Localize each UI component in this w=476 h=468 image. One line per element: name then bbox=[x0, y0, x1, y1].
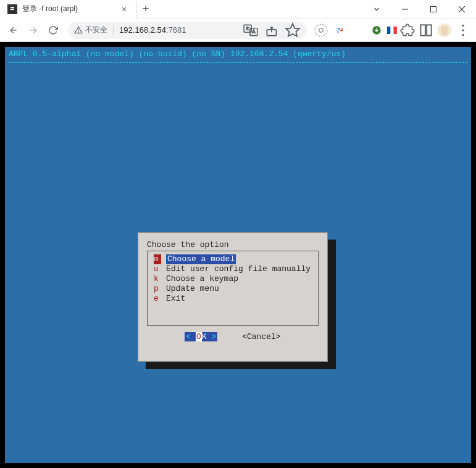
tab-dropdown-button[interactable] bbox=[362, 0, 391, 19]
menu-item-exit[interactable]: e Exit bbox=[151, 294, 314, 304]
menu-label: Update menu bbox=[166, 284, 219, 294]
extension-icons: ?4 bbox=[313, 22, 471, 38]
svg-point-12 bbox=[315, 24, 327, 36]
extension-icon-flag[interactable] bbox=[387, 27, 397, 34]
menu-label: Choose a model bbox=[166, 254, 236, 264]
tab-title: 登录 -f root (arpl) bbox=[22, 4, 114, 14]
reload-button[interactable] bbox=[44, 22, 62, 39]
terminal-divider bbox=[5, 59, 471, 66]
svg-rect-16 bbox=[390, 27, 393, 34]
dialog-options-box: m Choose a model u Edit user config file… bbox=[147, 251, 319, 326]
svg-marker-11 bbox=[286, 23, 299, 36]
svg-point-7 bbox=[78, 31, 79, 32]
back-button[interactable] bbox=[5, 22, 22, 39]
dialog-buttons: < OK > <Cancel> bbox=[147, 332, 319, 341]
svg-rect-18 bbox=[420, 25, 425, 35]
svg-rect-19 bbox=[427, 25, 432, 35]
menu-key: u bbox=[154, 264, 161, 274]
maximize-button[interactable] bbox=[419, 0, 448, 19]
extensions-puzzle-icon[interactable] bbox=[399, 22, 415, 38]
svg-rect-1 bbox=[431, 6, 436, 12]
svg-point-21 bbox=[462, 29, 464, 31]
page-content: ARPL 0.5-alpha1 (no model) (no build) (n… bbox=[0, 42, 476, 468]
avatar-icon bbox=[438, 23, 451, 37]
share-icon[interactable] bbox=[264, 22, 280, 38]
extension-icon-idm[interactable] bbox=[369, 22, 385, 38]
menu-key: e bbox=[154, 294, 161, 304]
terminal[interactable]: ARPL 0.5-alpha1 (no model) (no build) (n… bbox=[5, 47, 471, 463]
menu-key: k bbox=[154, 274, 161, 284]
browser-toolbar: 不安全 | 192.168.2.54:7681 ?4 bbox=[0, 19, 476, 42]
menu-dialog: Choose the option m Choose a model u Edi… bbox=[138, 232, 328, 362]
svg-point-22 bbox=[462, 33, 464, 35]
translate-icon[interactable] bbox=[243, 22, 259, 38]
browser-tab[interactable]: 登录 -f root (arpl) × bbox=[0, 0, 137, 19]
address-bar[interactable]: 不安全 | 192.168.2.54:7681 bbox=[68, 22, 307, 39]
menu-item-choose-model[interactable]: m Choose a model bbox=[151, 254, 314, 264]
dialog-title: Choose the option bbox=[147, 240, 319, 249]
svg-point-20 bbox=[462, 24, 464, 26]
menu-key: m bbox=[154, 254, 161, 264]
svg-point-13 bbox=[319, 28, 324, 32]
window-controls bbox=[362, 0, 476, 19]
close-tab-icon[interactable]: × bbox=[119, 4, 129, 14]
menu-label: Exit bbox=[166, 294, 185, 304]
new-tab-button[interactable]: + bbox=[137, 1, 154, 18]
menu-label: Edit user config file manually bbox=[166, 264, 311, 274]
menu-item-update[interactable]: p Update menu bbox=[151, 284, 314, 294]
forward-button[interactable] bbox=[25, 22, 42, 39]
cancel-button[interactable]: <Cancel> bbox=[242, 332, 280, 341]
ok-button[interactable]: < OK > bbox=[185, 332, 217, 341]
menu-item-edit-config[interactable]: u Edit user config file manually bbox=[151, 264, 314, 274]
not-secure-label: 不安全 bbox=[85, 25, 107, 35]
profile-avatar[interactable] bbox=[436, 22, 453, 38]
menu-item-keymap[interactable]: k Choose a keymap bbox=[151, 274, 314, 284]
bookmark-star-icon[interactable] bbox=[285, 22, 301, 38]
svg-rect-17 bbox=[394, 27, 397, 34]
tab-favicon bbox=[7, 4, 17, 14]
not-secure-indicator[interactable]: 不安全 bbox=[74, 25, 107, 35]
minimize-button[interactable] bbox=[391, 0, 419, 19]
window-close-button[interactable] bbox=[448, 0, 476, 19]
extension-icon-2[interactable]: ?4 bbox=[332, 22, 348, 38]
titlebar: 登录 -f root (arpl) × + bbox=[0, 0, 476, 19]
terminal-status-line: ARPL 0.5-alpha1 (no model) (no build) (n… bbox=[5, 47, 471, 59]
reading-list-icon[interactable] bbox=[418, 22, 434, 38]
kebab-menu-icon[interactable] bbox=[455, 22, 471, 38]
extension-icon-3[interactable] bbox=[350, 22, 366, 38]
extension-icon-1[interactable] bbox=[313, 22, 329, 38]
menu-key: p bbox=[154, 284, 161, 294]
url-text: 192.168.2.54:7681 bbox=[119, 25, 186, 35]
menu-label: Choose a keymap bbox=[166, 274, 238, 284]
